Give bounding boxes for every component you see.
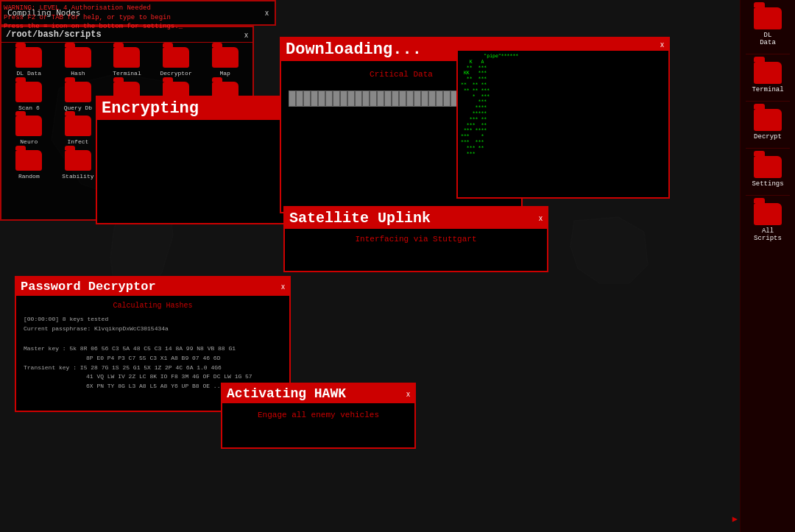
ascii-art-display: "pipe"****** K A ** *** KK *** ** *** **…: [461, 54, 665, 157]
encrypting-window: Encrypting x: [96, 96, 291, 224]
sidebar-label-terminal: Terminal: [752, 86, 783, 93]
transient-key-row: Transient key : I5 28 7G 1S 25 G1 5X 1Z …: [24, 363, 282, 373]
folder-icon: [65, 116, 91, 136]
password-timer: [00:00:00] 8 keys tested: [24, 315, 282, 324]
calculating-hashes-label: Calculating Hashes: [24, 300, 282, 312]
sidebar-label-all-scripts: AllScripts: [754, 227, 782, 242]
password-title: Password Decryptor: [21, 280, 156, 294]
satellite-body: Interfacing via Stuttgart: [285, 229, 547, 249]
master-key-row: Master key : 5k 8R 06 56 C3 5A 48 C5 C3 …: [24, 344, 282, 354]
folder-icon: [15, 116, 42, 136]
hawk-window: Activating HAWK x Engage all enemy vehic…: [221, 383, 416, 449]
sidebar: DLData Terminal Decrypt Settings AllScri…: [740, 0, 795, 532]
sidebar-item-settings[interactable]: Settings: [752, 156, 783, 188]
terminal-body: "pipe"****** K A ** *** KK *** ** *** **…: [458, 51, 668, 194]
encrypting-body: [97, 120, 289, 216]
hawk-title: Activating HAWK: [227, 386, 346, 401]
transient-key-row2: 41 VQ LW IV 2Z LC 8K IO F8 3M 4G OF DC L…: [24, 372, 282, 382]
encrypting-titlebar: Encrypting x: [97, 97, 289, 120]
sidebar-divider-3: [746, 148, 790, 149]
password-body: Calculating Hashes [00:00:00] 8 keys tes…: [16, 296, 289, 396]
sidebar-folder-terminal: [754, 62, 782, 84]
terminal-close-button[interactable]: x: [660, 40, 664, 49]
sidebar-folder-settings: [754, 156, 782, 178]
folder-icon: [65, 47, 91, 68]
satellite-subtitle: Interfacing via Stuttgart: [292, 235, 540, 244]
hawk-subtitle: Engage all enemy vehicles: [230, 411, 407, 419]
folder-icon: [113, 47, 140, 68]
satellite-close-button[interactable]: x: [539, 214, 543, 222]
sidebar-item-all-scripts[interactable]: AllScripts: [754, 203, 782, 242]
encrypting-title: Encrypting: [102, 99, 199, 118]
password-close-button[interactable]: x: [281, 283, 285, 291]
password-passphrase: Current passphrase: KlvqiknpDxWcC3015434…: [24, 324, 282, 334]
folder-icon: [65, 150, 91, 171]
warning-message: WARNING: LEVEL 4 Authorisation Needed Pr…: [4, 4, 183, 32]
folder-icon: [15, 150, 42, 171]
sidebar-item-decrypt[interactable]: Decrypt: [754, 109, 782, 141]
satellite-window: Satellite Uplink x Interfacing via Stutt…: [283, 206, 548, 272]
scroll-indicator: ▶: [732, 514, 738, 525]
sidebar-divider-1: [746, 54, 790, 54]
sidebar-label-dl-data: DLData: [760, 32, 776, 46]
satellite-titlebar: Satellite Uplink x: [285, 208, 547, 229]
folder-icon: [212, 47, 239, 68]
sidebar-item-terminal[interactable]: Terminal: [752, 62, 783, 93]
sidebar-item-dl-data[interactable]: DLData: [754, 7, 782, 46]
hawk-close-button[interactable]: x: [406, 390, 410, 398]
sidebar-label-decrypt: Decrypt: [754, 133, 782, 141]
master-key-row2: 8P E0 P4 P3 C7 55 C3 X1 A8 B9 07 46 6D: [24, 354, 282, 363]
satellite-title: Satellite Uplink: [289, 210, 431, 227]
terminal-titlebar: x: [458, 38, 668, 51]
downloading-title: Downloading...: [286, 40, 422, 59]
sidebar-divider-4: [746, 195, 790, 196]
folder-icon: [15, 47, 42, 68]
sidebar-folder-dl-data: [754, 7, 782, 29]
folder-icon: [15, 82, 42, 102]
folder-icon: [65, 82, 91, 102]
master-key-val: 5k 8R 06 56 C3 5A 48 C5 C3 14 8A 99 N8 V…: [69, 345, 236, 352]
sidebar-folder-all-scripts: [754, 203, 782, 225]
transient-key-label: Transient key :: [24, 364, 77, 371]
password-titlebar: Password Decryptor x: [16, 277, 289, 296]
master-key-label: Master key :: [24, 345, 66, 352]
hawk-body: Engage all enemy vehicles: [222, 403, 414, 425]
sidebar-folder-decrypt: [754, 109, 782, 131]
transient-key-val: I5 28 7G 1S 25 G1 5X 1Z 2P 4C 6A 1.0 4G6: [80, 364, 222, 371]
folder-icon: [163, 47, 189, 68]
sidebar-divider-2: [746, 101, 790, 102]
sidebar-label-settings: Settings: [752, 180, 783, 188]
terminal-ascii-window: x "pipe"****** K A ** *** KK *** ** *** …: [456, 37, 670, 199]
hawk-titlebar: Activating HAWK x: [222, 384, 414, 403]
